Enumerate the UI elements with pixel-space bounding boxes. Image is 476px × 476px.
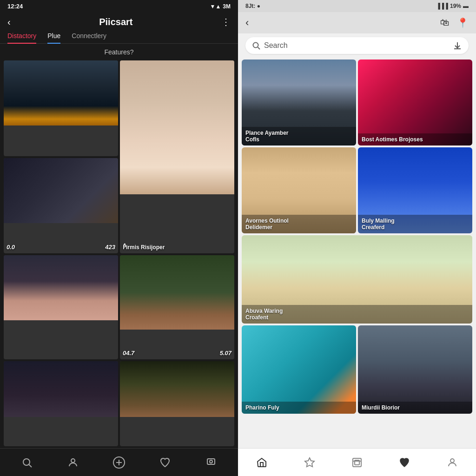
nav-search[interactable] bbox=[19, 454, 35, 471]
right-status-left: 8Jt: ● bbox=[245, 3, 260, 9]
right-header-icons: 🛍 📍 bbox=[440, 17, 469, 28]
svg-point-15 bbox=[450, 459, 454, 463]
svg-rect-6 bbox=[207, 459, 215, 464]
left-tabs: Distactory Plue Connectlery bbox=[0, 32, 238, 44]
shop-icon[interactable]: 🛍 bbox=[440, 17, 450, 28]
left-panel: 12:24 ▼▲ 3M ‹ Piicsart ⋮ Distactory Plue… bbox=[0, 0, 238, 476]
right-back-button[interactable]: ‹ bbox=[245, 17, 249, 29]
carrier-label: 3M bbox=[223, 3, 231, 10]
svg-point-7 bbox=[210, 460, 212, 463]
caption-game: Pharino Fuly bbox=[242, 402, 356, 414]
grid-item-woman-smile[interactable] bbox=[4, 255, 118, 359]
left-grid: P̊irmis Risijoper 0.0423 04.75.07 bbox=[0, 59, 238, 448]
battery-icon: ▬ bbox=[463, 3, 469, 9]
right-item-bird-blue[interactable]: Buly MallingCreaferd bbox=[358, 147, 472, 233]
right-grid: Plance AyamberCofls Bost Aotimes Brojose… bbox=[238, 58, 476, 448]
right-item-woman-hat[interactable]: Abuva WaringCroafent bbox=[242, 235, 472, 324]
caption-man-bridge: Plance AyamberCofls bbox=[242, 127, 356, 145]
svg-point-8 bbox=[253, 43, 258, 48]
location-icon[interactable]: 📍 bbox=[457, 17, 469, 28]
caption-woman-blonde: Avornes OutinolDelidemer bbox=[242, 215, 356, 233]
svg-marker-11 bbox=[305, 458, 314, 467]
right-battery-label: 19% bbox=[450, 3, 461, 9]
caption-eiffel: Miurdii Biorior bbox=[358, 402, 472, 414]
right-nav-star[interactable] bbox=[304, 457, 315, 468]
right-nav-person[interactable] bbox=[447, 457, 458, 468]
back-button[interactable]: ‹ bbox=[7, 17, 11, 27]
grid-item-man-dark[interactable]: 0.0423 bbox=[4, 158, 118, 254]
search-icon bbox=[252, 41, 260, 50]
grid-item-woman-portrait[interactable]: P̊irmis Risijoper bbox=[120, 60, 234, 253]
right-status-bar: 8Jt: ● ▐▐▐ 19% ▬ bbox=[238, 0, 476, 12]
features-label: Features? bbox=[0, 44, 238, 59]
caption-woman-portrait: P̊irmis Risijoper bbox=[123, 244, 165, 251]
search-input[interactable]: Search bbox=[264, 41, 449, 50]
grid-item-couple[interactable] bbox=[4, 361, 118, 447]
svg-line-9 bbox=[258, 47, 260, 50]
app-title: Piicsart bbox=[99, 17, 132, 27]
right-item-game[interactable]: Pharino Fuly bbox=[242, 325, 356, 414]
right-status-right: ▐▐▐ 19% ▬ bbox=[436, 3, 469, 9]
more-options-button[interactable]: ⋮ bbox=[221, 16, 231, 27]
left-status-right: ▼▲ 3M bbox=[210, 3, 231, 10]
svg-point-2 bbox=[71, 459, 75, 463]
right-header: ‹ 🛍 📍 bbox=[238, 12, 476, 33]
right-panel: 8Jt: ● ▐▐▐ 19% ▬ ‹ 🛍 📍 Search Plan bbox=[238, 0, 476, 476]
signal-icon: ▼▲ bbox=[210, 3, 221, 10]
left-status-bar: 12:24 ▼▲ 3M bbox=[0, 0, 238, 13]
left-bottom-nav bbox=[0, 448, 238, 476]
nav-heart[interactable] bbox=[157, 454, 173, 471]
tab-connectlery[interactable]: Connectlery bbox=[72, 32, 106, 43]
right-nav-heart[interactable] bbox=[399, 457, 410, 468]
right-signal-icon: ▐▐▐ bbox=[436, 3, 448, 9]
nav-user[interactable] bbox=[203, 454, 219, 471]
right-item-man-bridge[interactable]: Plance AyamberCofls bbox=[242, 60, 356, 145]
svg-line-1 bbox=[29, 464, 32, 467]
caption-bird-blue: Buly MallingCreaferd bbox=[358, 215, 472, 233]
right-bottom-nav bbox=[238, 448, 476, 476]
right-nav-home[interactable] bbox=[256, 457, 267, 468]
nav-profile[interactable] bbox=[65, 454, 81, 471]
grid-item-man-hat[interactable]: 04.75.07 bbox=[120, 255, 234, 359]
caption-woman-neon: Bost Aotimes Brojoses bbox=[358, 133, 472, 145]
nav-add[interactable] bbox=[111, 454, 127, 471]
right-item-woman-blonde[interactable]: Avornes OutinolDelidemer bbox=[242, 147, 356, 233]
right-nav-layers[interactable] bbox=[351, 457, 363, 468]
grid-item-bridge[interactable] bbox=[4, 60, 118, 156]
stats-man-hat: 04.75.07 bbox=[123, 350, 231, 357]
stats-man-dark: 0.0423 bbox=[7, 244, 115, 251]
download-icon[interactable] bbox=[453, 41, 462, 50]
left-header: ‹ Piicsart ⋮ bbox=[0, 13, 238, 32]
search-bar[interactable]: Search bbox=[245, 37, 469, 54]
svg-point-0 bbox=[23, 459, 30, 465]
grid-item-man-young[interactable] bbox=[120, 361, 234, 447]
caption-woman-hat: Abuva WaringCroafent bbox=[242, 305, 472, 324]
tab-plue[interactable]: Plue bbox=[47, 32, 60, 43]
tab-distactory[interactable]: Distactory bbox=[7, 32, 36, 43]
svg-rect-12 bbox=[353, 458, 361, 467]
right-item-eiffel[interactable]: Miurdii Biorior bbox=[358, 325, 472, 414]
left-time: 12:24 bbox=[7, 3, 23, 10]
right-item-woman-neon[interactable]: Bost Aotimes Brojoses bbox=[358, 60, 472, 145]
